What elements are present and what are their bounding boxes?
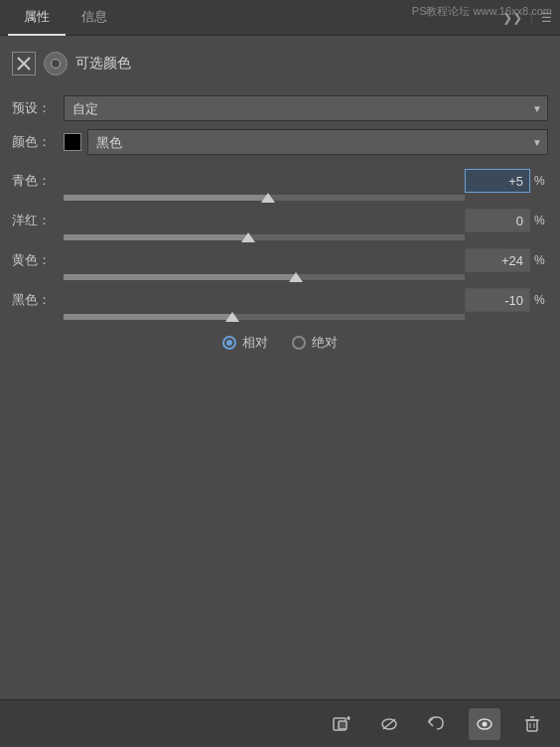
yellow-slider-section: 黄色： % [12, 248, 548, 280]
undo-button[interactable] [421, 708, 453, 740]
yellow-track[interactable] [64, 274, 465, 280]
panel-title: 可选颜色 [75, 55, 131, 73]
black-thumb[interactable] [225, 312, 239, 322]
preset-select-wrapper: 自定 ▼ [64, 95, 548, 121]
radio-relative-circle[interactable] [222, 336, 236, 350]
magenta-thumb[interactable] [241, 232, 255, 242]
cyan-track[interactable] [64, 195, 465, 201]
radio-relative[interactable]: 相对 [222, 334, 268, 352]
svg-point-8 [483, 721, 488, 726]
black-fill [64, 314, 232, 320]
preset-row: 预设： 自定 ▼ [12, 95, 548, 121]
color-select-wrapper: 黑色 ▼ [64, 129, 548, 155]
magenta-slider-section: 洋红： % [12, 209, 548, 240]
cyan-fill [64, 195, 268, 201]
panel-header: 可选颜色 [12, 46, 548, 81]
cyan-thumb[interactable] [261, 193, 275, 203]
circle-icon [44, 52, 68, 75]
cyan-input[interactable] [465, 169, 530, 193]
radio-row: 相对 绝对 [12, 334, 548, 352]
eye-button[interactable] [469, 708, 500, 740]
magenta-fill [64, 234, 248, 240]
eye-icon [475, 714, 494, 734]
magenta-input[interactable] [465, 209, 530, 232]
cyan-percent: % [534, 174, 548, 188]
magenta-track[interactable] [64, 234, 465, 240]
yellow-thumb[interactable] [289, 272, 303, 282]
cyan-row: 青色： % [12, 169, 548, 193]
yellow-label: 黄色： [12, 251, 64, 269]
magenta-track-row [12, 234, 548, 240]
radio-relative-label: 相对 [242, 334, 268, 352]
preset-select[interactable]: 自定 [64, 95, 548, 121]
yellow-track-row [12, 274, 548, 280]
mask-icon-box [12, 52, 36, 75]
svg-rect-3 [339, 721, 347, 729]
panel-body: 可选颜色 预设： 自定 ▼ 颜色： 黑色 ▼ [0, 36, 560, 370]
svg-rect-9 [527, 720, 537, 731]
mask-add-icon [332, 714, 351, 734]
yellow-input[interactable] [465, 248, 530, 272]
magenta-row: 洋红： % [12, 209, 548, 232]
cyan-label: 青色： [12, 172, 64, 190]
radio-absolute[interactable]: 绝对 [292, 334, 338, 352]
watermark: PS教程论坛 www.16xx8.com [412, 4, 552, 19]
preset-label: 预设： [12, 99, 64, 117]
yellow-percent: % [534, 253, 548, 267]
tab-info[interactable]: 信息 [66, 0, 123, 36]
tab-properties[interactable]: 属性 [8, 0, 66, 36]
black-track-row [12, 314, 548, 320]
magenta-percent: % [534, 214, 548, 227]
magenta-label: 洋红： [12, 212, 64, 229]
cyan-slider-section: 青色： % [12, 169, 548, 201]
visibility-button[interactable] [373, 708, 405, 740]
eye-closed-icon [379, 714, 399, 734]
color-select[interactable]: 黑色 [87, 129, 548, 155]
yellow-fill [64, 274, 296, 280]
color-row: 颜色： 黑色 ▼ [12, 129, 548, 155]
x-icon [16, 56, 32, 72]
black-percent: % [534, 293, 548, 307]
color-label: 颜色： [12, 133, 64, 151]
bottom-toolbar [0, 699, 560, 747]
undo-icon [427, 714, 447, 734]
radio-absolute-circle[interactable] [292, 336, 306, 350]
cyan-track-row [12, 195, 548, 201]
black-label: 黑色： [12, 291, 64, 309]
color-swatch[interactable] [64, 133, 81, 151]
radio-absolute-label: 绝对 [312, 334, 338, 352]
black-input[interactable] [465, 288, 530, 312]
black-track[interactable] [64, 314, 465, 320]
yellow-row: 黄色： % [12, 248, 548, 272]
black-row: 黑色： % [12, 288, 548, 312]
black-slider-section: 黑色： % [12, 288, 548, 320]
trash-icon [522, 714, 542, 734]
add-mask-button[interactable] [326, 708, 357, 740]
delete-button[interactable] [516, 708, 548, 740]
